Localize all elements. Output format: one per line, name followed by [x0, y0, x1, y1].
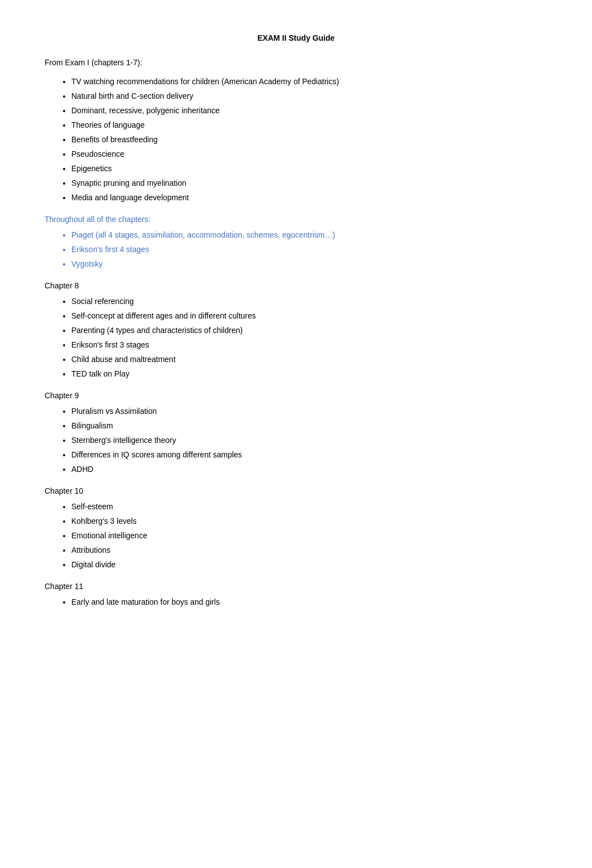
list-item: Bilingualism: [71, 420, 547, 432]
list-item: Attributions: [71, 544, 547, 556]
chapter11-heading: Chapter 11: [45, 582, 547, 591]
list-item: Natural birth and C-section delivery: [71, 90, 547, 102]
list-item: Self-esteem: [71, 501, 547, 513]
chapter8-list: Social referencingSelf-concept at differ…: [45, 296, 547, 380]
list-item: Erikson's first 4 stages: [71, 244, 547, 255]
list-item: Piaget (all 4 stages, assimilation, acco…: [71, 229, 547, 241]
chapter10-list: Self-esteemKohlberg's 3 levelsEmotional …: [45, 501, 547, 571]
exam1-list: TV watching recommendations for children…: [45, 76, 547, 204]
chapter8-heading: Chapter 8: [45, 281, 547, 290]
list-item: Early and late maturation for boys and g…: [71, 596, 547, 608]
list-item: Erikson's first 3 stages: [71, 339, 547, 351]
list-item: TV watching recommendations for children…: [71, 76, 547, 88]
list-item: Social referencing: [71, 296, 547, 307]
chapter11-list: Early and late maturation for boys and g…: [45, 596, 547, 608]
page-title: EXAM II Study Guide: [45, 33, 547, 42]
list-item: Benefits of breastfeeding: [71, 134, 547, 146]
list-item: Emotional intelligence: [71, 530, 547, 542]
list-item: Pseudoscience: [71, 148, 547, 160]
list-item: Sternberg's intelligence theory: [71, 435, 547, 446]
list-item: Vygotsky: [71, 258, 547, 270]
list-item: ADHD: [71, 464, 547, 475]
list-item: Synaptic pruning and myelination: [71, 177, 547, 189]
intro-text: From Exam I (chapters 1-7):: [45, 58, 547, 67]
throughout-heading: Throughout all of the chapters:: [45, 215, 547, 224]
list-item: Parenting (4 types and characteristics o…: [71, 325, 547, 336]
list-item: Child abuse and maltreatment: [71, 354, 547, 365]
list-item: Theories of language: [71, 119, 547, 131]
list-item: Kohlberg's 3 levels: [71, 515, 547, 527]
chapter9-heading: Chapter 9: [45, 391, 547, 400]
chapter9-list: Pluralism vs AssimilationBilingualismSte…: [45, 406, 547, 475]
list-item: Differences in IQ scores among different…: [71, 449, 547, 461]
chapter10-heading: Chapter 10: [45, 486, 547, 495]
list-item: Dominant, recessive, polygenic inheritan…: [71, 105, 547, 117]
list-item: Epigenetics: [71, 163, 547, 175]
list-item: Media and language development: [71, 192, 547, 204]
list-item: Self-concept at different ages and in di…: [71, 310, 547, 322]
throughout-list: Piaget (all 4 stages, assimilation, acco…: [45, 229, 547, 270]
list-item: Pluralism vs Assimilation: [71, 406, 547, 417]
list-item: TED talk on Play: [71, 368, 547, 380]
list-item: Digital divide: [71, 559, 547, 571]
